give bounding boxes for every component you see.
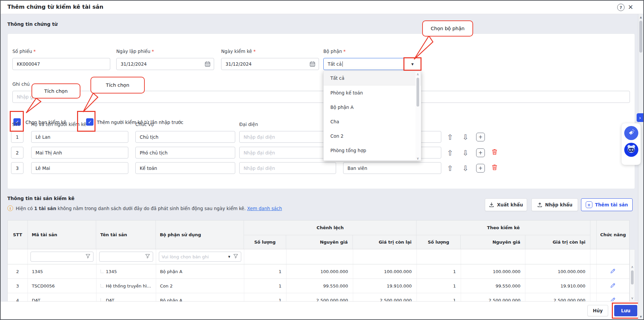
megaphone-icon	[628, 129, 635, 137]
page-scrollbar[interactable]: ▲ ▼	[638, 14, 643, 319]
table-scrollbar[interactable]: ∧ ∨	[630, 249, 635, 301]
caret-down-icon[interactable]: ▾	[411, 61, 413, 67]
person-row-stt: 3	[11, 162, 23, 174]
edit-icon[interactable]	[610, 282, 616, 289]
move-down-icon[interactable]: ⇩	[460, 132, 470, 142]
person-rep-input[interactable]: Nhập đại diện	[239, 131, 336, 143]
col-header-diff-cost[interactable]: Nguyên giá	[286, 235, 353, 249]
people-header-rep: Đại diện	[239, 122, 258, 127]
person-name-input[interactable]: Lê Lan	[31, 131, 128, 143]
person-title-input[interactable]: Phó chủ tịch	[135, 147, 235, 158]
scrollbar-thumb[interactable]	[416, 78, 419, 107]
dropdown-scrollbar[interactable]: ∧ ∨	[415, 72, 420, 161]
dropdown-option[interactable]: Con 2	[324, 129, 421, 143]
add-row-icon[interactable]: +	[476, 164, 485, 173]
filter-icon[interactable]	[233, 254, 238, 260]
scrollbar-thumb[interactable]	[631, 270, 634, 284]
save-button-highlight	[612, 303, 640, 319]
ngay-kiem-ke-input[interactable]: 31/12/2024	[221, 58, 319, 70]
so-phieu-input[interactable]: KK000047	[12, 58, 110, 70]
dropdown-option[interactable]: Tất cả	[324, 71, 421, 85]
col-header-dept[interactable]: Bộ phận sử dụng	[156, 220, 244, 249]
move-down-icon[interactable]: ⇩	[460, 148, 470, 158]
tick-callout-2: Tích chọn	[90, 77, 145, 93]
person-name-input[interactable]: Mai Thị Anh	[31, 147, 128, 158]
calendar-icon[interactable]	[204, 61, 211, 68]
filter-icon[interactable]	[85, 254, 90, 260]
chevron-right-icon: ›	[639, 115, 641, 121]
scroll-up-arrow-icon[interactable]: ▲	[638, 14, 643, 19]
dropdown-option[interactable]: Bộ phận A	[324, 100, 421, 114]
person-title-input[interactable]: Chủ tịch	[135, 131, 235, 143]
announcement-button[interactable]	[624, 126, 638, 140]
filter-icon[interactable]	[145, 254, 150, 260]
table-row[interactable]: 4 DAT DAT Bộ phận A 1 2.500.000.000 2.50…	[8, 293, 629, 301]
close-icon[interactable]: ✕	[628, 3, 633, 11]
scroll-down-icon[interactable]: ∨	[630, 296, 635, 300]
add-row-icon[interactable]: +	[476, 133, 485, 141]
col-header-diff-qty[interactable]: Số lượng	[244, 235, 286, 249]
dept-filter-combobox[interactable]: Vui lòng chọn bản ghi▼	[159, 252, 242, 262]
move-down-icon[interactable]: ⇩	[460, 163, 470, 173]
dropdown-option[interactable]: Phòng tổng hợp	[324, 143, 421, 157]
scroll-up-icon[interactable]: ∧	[630, 264, 635, 269]
scroll-up-icon[interactable]: ∧	[415, 72, 420, 76]
department-callout: Chọn bộ phận	[422, 20, 473, 37]
col-header-actions: Chức năng	[597, 220, 629, 249]
ghi-chu-label: Ghi chú	[12, 81, 30, 87]
calendar-icon[interactable]	[309, 61, 316, 68]
table-row[interactable]: 2 1345 1345 Bộ phận A 1 100.000.000 100.…	[8, 264, 629, 279]
move-up-icon[interactable]: ⇧	[445, 163, 455, 173]
dropdown-option[interactable]: Phòng kế toán	[324, 85, 421, 100]
col-group-diff: Chênh lệch Số lượng Nguyên giá Giá trị c…	[244, 220, 416, 249]
doc-info-section-title: Thông tin chứng từ	[7, 21, 58, 27]
side-panel-toggle[interactable]: ›	[637, 113, 643, 122]
delete-row-icon[interactable]	[492, 164, 498, 172]
plus-square-icon: +	[586, 201, 592, 208]
tree-indent-icon	[101, 270, 104, 273]
edit-icon[interactable]	[610, 297, 616, 301]
person-row-stt: 2	[11, 147, 23, 158]
import-button[interactable]: Nhập khẩu	[531, 198, 578, 211]
checkbox1-highlight	[10, 111, 24, 132]
move-up-icon[interactable]: ⇧	[445, 132, 455, 142]
scrollbar-thumb[interactable]	[639, 21, 642, 53]
tick-callout-2-tail	[80, 92, 101, 113]
dropdown-option[interactable]: Cha	[324, 114, 421, 129]
col-header-code[interactable]: Mã tài sản	[28, 220, 96, 249]
person-name-input[interactable]: Lê Mai	[31, 162, 128, 174]
col-spacer	[590, 220, 597, 249]
ngay-lap-phieu-label: Ngày lập phiếu*	[116, 49, 154, 54]
col-header-audit-cost[interactable]: Nguyên giá	[461, 235, 525, 249]
person-title-input[interactable]: Kế toán	[135, 162, 235, 174]
table-row[interactable]: 3 TSCD0056 Hệ thống truyền hì... Con 2 1…	[8, 279, 629, 293]
scroll-down-icon[interactable]: ∨	[415, 156, 420, 161]
help-icon[interactable]: ?	[617, 4, 625, 11]
code-filter-input[interactable]	[30, 252, 93, 262]
col-header-diff-remain[interactable]: Giá trị còn lại	[353, 235, 416, 249]
col-header-audit-qty[interactable]: Số lượng	[416, 235, 461, 249]
robot-panda-icon	[626, 144, 636, 155]
cancel-button[interactable]: Hủy	[587, 305, 608, 316]
person-rep-input[interactable]: Nhập đại diện	[239, 147, 336, 158]
ngay-lap-phieu-input[interactable]: 31/12/2024	[116, 58, 214, 70]
col-group-audit: Theo kiểm kê Số lượng Nguyên giá Giá trị…	[416, 220, 590, 249]
add-inventory-document-modal: Thêm chứng từ kiểm kê tài sản ? ✕ Thông …	[0, 0, 644, 320]
edit-icon[interactable]	[610, 268, 616, 275]
col-header-stt[interactable]: STT	[8, 220, 28, 249]
add-asset-button[interactable]: +Thêm tài sản	[581, 198, 633, 211]
scroll-down-arrow-icon[interactable]: ▼	[638, 315, 643, 318]
caret-down-icon[interactable]: ▼	[228, 255, 230, 258]
col-header-name[interactable]: Tên tài sản	[96, 220, 156, 249]
person-rep-input[interactable]: Nhập đại diện	[239, 162, 336, 174]
assistant-bot-button[interactable]	[624, 143, 638, 157]
add-row-icon[interactable]: +	[476, 148, 485, 157]
xem-danh-sach-link[interactable]: Xem danh sách	[247, 206, 282, 211]
name-filter-input[interactable]	[99, 252, 153, 262]
export-button[interactable]: Xuất khẩu	[485, 198, 527, 211]
col-header-audit-remain[interactable]: Giá trị còn lại	[525, 235, 590, 249]
move-up-icon[interactable]: ⇧	[445, 148, 455, 158]
delete-row-icon[interactable]	[492, 148, 498, 156]
person-role-input[interactable]: Ban viên	[343, 162, 441, 174]
table-header: STT Mã tài sản Tên tài sản Bộ phận sử dụ…	[8, 220, 629, 249]
